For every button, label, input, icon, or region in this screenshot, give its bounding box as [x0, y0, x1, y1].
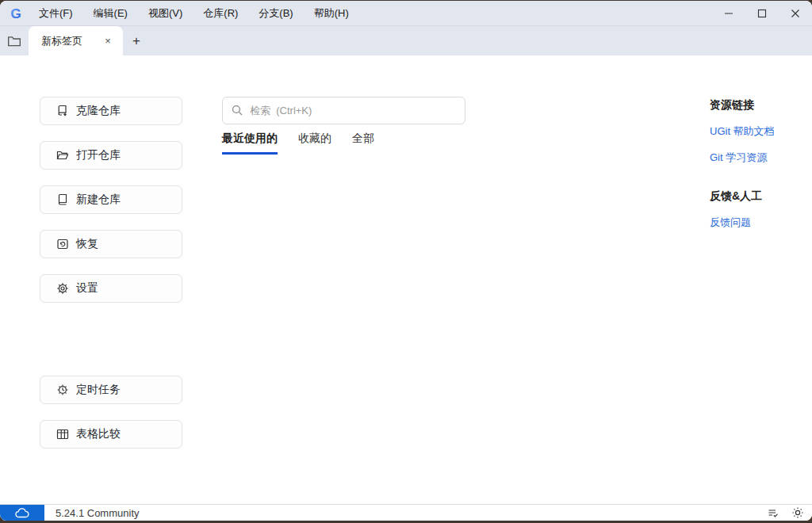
menu-branch[interactable]: 分支(B) [248, 1, 303, 25]
app-window: G 文件(F) 编辑(E) 视图(V) 仓库(R) 分支(B) 帮助(H) [0, 1, 812, 521]
button-label: 设置 [76, 281, 98, 296]
button-label: 新建仓库 [76, 193, 121, 207]
git-learning-link[interactable]: Git 学习资源 [710, 151, 805, 165]
search-box [222, 97, 465, 124]
tab-label: 新标签页 [41, 34, 101, 48]
scheduled-tasks-button[interactable]: 定时任务 [40, 376, 182, 404]
feedback-title: 反馈&人工 [710, 189, 805, 204]
search-icon [231, 104, 243, 116]
close-icon [791, 9, 800, 18]
open-repo-button[interactable]: 打开仓库 [40, 141, 182, 170]
tab-favorites[interactable]: 收藏的 [298, 132, 331, 155]
menu-edit[interactable]: 编辑(E) [83, 1, 138, 25]
menu-bar: 文件(F) 编辑(E) 视图(V) 仓库(R) 分支(B) 帮助(H) [29, 1, 359, 25]
ugit-help-docs-link[interactable]: UGit 帮助文档 [710, 124, 805, 139]
minimize-icon [724, 9, 733, 18]
table-compare-button[interactable]: 表格比较 [40, 420, 182, 449]
menu-view[interactable]: 视图(V) [138, 1, 193, 25]
button-label: 克隆仓库 [76, 104, 121, 118]
tab-new-page[interactable]: 新标签页 × [29, 26, 123, 55]
new-tab-button[interactable]: + [123, 26, 150, 55]
clone-repo-button[interactable]: 克隆仓库 [40, 97, 182, 125]
resources-title: 资源链接 [710, 98, 805, 113]
gear-icon [56, 282, 69, 295]
tab-list-button[interactable] [0, 26, 29, 55]
tab-recently-used[interactable]: 最近使用的 [222, 132, 278, 155]
new-repo-button[interactable]: 新建仓库 [40, 185, 182, 214]
cloud-sync-button[interactable] [0, 505, 44, 521]
menu-file[interactable]: 文件(F) [29, 1, 83, 25]
tab-close-icon[interactable]: × [101, 34, 115, 48]
button-label: 恢复 [76, 237, 98, 251]
list-check-icon [767, 506, 779, 519]
titlebar: G 文件(F) 编辑(E) 视图(V) 仓库(R) 分支(B) 帮助(H) [0, 1, 812, 26]
restore-button[interactable]: 恢复 [40, 230, 182, 258]
folder-icon [7, 34, 21, 48]
window-controls [712, 1, 812, 25]
maximize-icon [757, 9, 767, 18]
task-log-button[interactable] [767, 506, 779, 519]
theme-toggle-button[interactable] [791, 506, 804, 519]
timer-task-icon [56, 384, 69, 396]
settings-button[interactable]: 设置 [40, 274, 182, 303]
resource-panel: 资源链接 UGit 帮助文档 Git 学习资源 反馈&人工 反馈问题 [710, 98, 805, 230]
tab-all[interactable]: 全部 [352, 132, 374, 155]
table-compare-icon [56, 428, 69, 441]
close-button[interactable] [779, 1, 812, 25]
start-page: 克隆仓库 打开仓库 新建仓库 恢复 [0, 55, 812, 504]
cloud-icon [15, 508, 29, 518]
button-label: 定时任务 [76, 383, 121, 397]
menu-help[interactable]: 帮助(H) [304, 1, 359, 25]
search-input[interactable] [222, 97, 465, 124]
button-label: 表格比较 [76, 427, 121, 441]
svg-text:G: G [10, 5, 21, 21]
minimize-button[interactable] [712, 1, 745, 25]
maximize-button[interactable] [745, 1, 779, 25]
ugit-logo-icon: G [6, 4, 25, 23]
menu-repository[interactable]: 仓库(R) [193, 1, 248, 25]
repo-filter-tabs: 最近使用的 收藏的 全部 [222, 132, 374, 155]
repo-clone-icon [56, 105, 69, 117]
repo-new-icon [56, 193, 69, 206]
restore-icon [56, 238, 69, 250]
folder-open-icon [56, 149, 69, 162]
version-label: 5.24.1 Community [56, 507, 140, 519]
tab-bar: 新标签页 × + [0, 26, 812, 55]
button-label: 打开仓库 [76, 148, 121, 162]
sun-icon [791, 506, 804, 519]
status-bar: 5.24.1 Community [0, 504, 812, 521]
feedback-issue-link[interactable]: 反馈问题 [710, 216, 805, 230]
